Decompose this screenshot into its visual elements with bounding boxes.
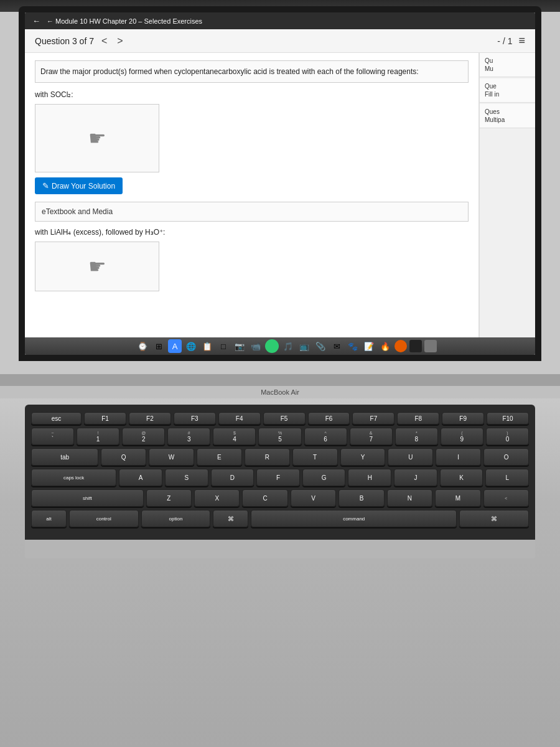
menu-icon[interactable]: ≡ [518, 34, 525, 47]
key-shift-left[interactable]: shift [31, 489, 144, 507]
key-5[interactable]: %5 [258, 428, 301, 445]
dock-icon-dark[interactable] [409, 340, 422, 352]
key-f9[interactable]: F9 [442, 412, 484, 425]
dock-icon-files[interactable]: 📋 [200, 339, 214, 353]
dock-icon-window[interactable]: □ [217, 339, 230, 353]
sidebar-item-2-type: Fill in [485, 90, 530, 98]
laptop-bottom-edge [25, 540, 535, 558]
key-f5[interactable]: F5 [263, 412, 306, 425]
key-j[interactable]: J [394, 469, 437, 486]
key-f7[interactable]: F7 [352, 412, 394, 425]
key-e[interactable]: E [197, 448, 242, 466]
drawing-area-1[interactable]: ☛ [35, 104, 159, 172]
dock-icon-note[interactable]: 📝 [362, 339, 376, 353]
key-7[interactable]: &7 [350, 428, 393, 445]
key-f8[interactable]: F8 [397, 412, 439, 425]
key-i[interactable]: I [436, 448, 481, 466]
dock-icon-music[interactable]: 🎵 [281, 339, 295, 353]
key-r[interactable]: R [245, 448, 290, 466]
etextbook-bar[interactable]: eTextbook and Media [35, 202, 469, 222]
sidebar-item-2[interactable]: Que Fill in [480, 78, 535, 103]
dock-icon-firefox[interactable] [394, 340, 407, 352]
dock-icon-globe[interactable]: 🌐 [184, 339, 198, 353]
key-tab[interactable]: tab [31, 448, 98, 466]
key-u[interactable]: U [388, 448, 433, 466]
question-header: Question 3 of 7 < > - / 1 ≡ [25, 29, 535, 53]
key-d[interactable]: D [211, 469, 254, 486]
key-f1[interactable]: F1 [84, 412, 126, 425]
key-v[interactable]: V [291, 489, 336, 507]
laptop-screen-area: ← ← Module 10 HW Chapter 20 – Selected E… [0, 0, 560, 386]
key-s[interactable]: S [165, 469, 208, 486]
key-c[interactable]: C [242, 489, 287, 507]
key-f4[interactable]: F4 [218, 412, 261, 425]
question-main-text: Draw the major product(s) formed when cy… [40, 67, 419, 76]
dock-icon-grid[interactable]: ⊞ [152, 339, 166, 353]
dock-icon-gray[interactable] [424, 340, 437, 352]
key-h[interactable]: H [348, 469, 391, 486]
key-capslock[interactable]: caps lock [31, 469, 116, 486]
key-lt[interactable]: < [483, 489, 529, 507]
dock-icon-video[interactable]: 📹 [249, 339, 263, 353]
sidebar-item-3[interactable]: Ques Multipa [480, 104, 535, 128]
key-z[interactable]: Z [146, 489, 192, 507]
key-control[interactable]: control [69, 510, 139, 527]
key-cmd-right[interactable]: ⌘ [459, 510, 529, 527]
dock-icon-red[interactable]: 🔥 [378, 339, 392, 353]
key-f2[interactable]: F2 [129, 412, 171, 425]
key-f[interactable]: F [256, 469, 300, 486]
dock-bar: ⌚ ⊞ A 🌐 📋 □ 📷 📹 🎵 📺 📎 ✉ 🐾 📝 🔥 [25, 337, 535, 355]
sidebar-right: Qu Mu Que Fill in Ques Multipa [479, 53, 535, 337]
prev-button[interactable]: < [99, 35, 110, 47]
key-2[interactable]: @2 [122, 428, 165, 445]
dock-icon-a[interactable]: A [168, 339, 182, 353]
key-cmd-sym[interactable]: ⌘ [213, 510, 248, 527]
key-o[interactable]: O [483, 448, 529, 466]
key-9[interactable]: (9 [441, 428, 483, 445]
sidebar-item-1-label: Qu [485, 57, 530, 65]
key-m[interactable]: M [435, 489, 480, 507]
key-x[interactable]: X [194, 489, 240, 507]
dock-icon-mail[interactable]: ✉ [330, 339, 343, 353]
part1-label: with SOCl₂: [35, 90, 469, 99]
key-6[interactable]: ^6 [304, 428, 347, 445]
sidebar-item-1-type: Mu [485, 65, 530, 73]
content-left: Draw the major product(s) formed when cy… [25, 53, 479, 337]
key-alt[interactable]: alt [31, 510, 67, 527]
next-button[interactable]: > [114, 35, 125, 47]
dock-icon-green[interactable] [265, 339, 279, 353]
key-esc[interactable]: esc [31, 412, 82, 425]
key-k[interactable]: K [440, 469, 483, 486]
sidebar-item-1[interactable]: Qu Mu [480, 53, 535, 77]
drawing-area-2[interactable]: ☛ [35, 242, 159, 291]
key-w[interactable]: W [149, 448, 194, 466]
key-3[interactable]: #3 [167, 428, 210, 445]
key-f3[interactable]: F3 [174, 412, 216, 425]
dock-icon-camera[interactable]: 📷 [233, 339, 246, 353]
key-8[interactable]: *8 [395, 428, 438, 445]
key-space[interactable]: command [251, 510, 457, 527]
key-b[interactable]: B [338, 489, 384, 507]
key-a[interactable]: A [119, 469, 162, 486]
key-1[interactable]: !1 [77, 428, 119, 445]
key-g[interactable]: G [302, 469, 346, 486]
key-option[interactable]: option [141, 510, 211, 527]
key-t[interactable]: T [292, 448, 338, 466]
dock-icon-finder[interactable]: ⌚ [136, 339, 149, 353]
key-tilde[interactable]: ~` [31, 428, 74, 445]
hand-cursor-icon-2: ☛ [88, 255, 106, 278]
key-f6[interactable]: F6 [308, 412, 350, 425]
dock-icon-tv[interactable]: 📺 [297, 339, 311, 353]
key-0[interactable]: )0 [486, 428, 529, 445]
key-4[interactable]: $4 [213, 428, 256, 445]
key-y[interactable]: Y [340, 448, 386, 466]
draw-solution-button[interactable]: Draw Your Solution [35, 177, 123, 194]
key-q[interactable]: Q [101, 448, 146, 466]
main-content: Draw the major product(s) formed when cy… [25, 53, 535, 337]
dock-icon-paw[interactable]: 🐾 [346, 339, 360, 353]
key-f10[interactable]: F10 [487, 412, 529, 425]
key-l[interactable]: L [485, 469, 529, 486]
dock-icon-clip[interactable]: 📎 [314, 339, 327, 353]
back-arrow-icon[interactable]: ← [32, 16, 40, 26]
key-n[interactable]: N [387, 489, 432, 507]
